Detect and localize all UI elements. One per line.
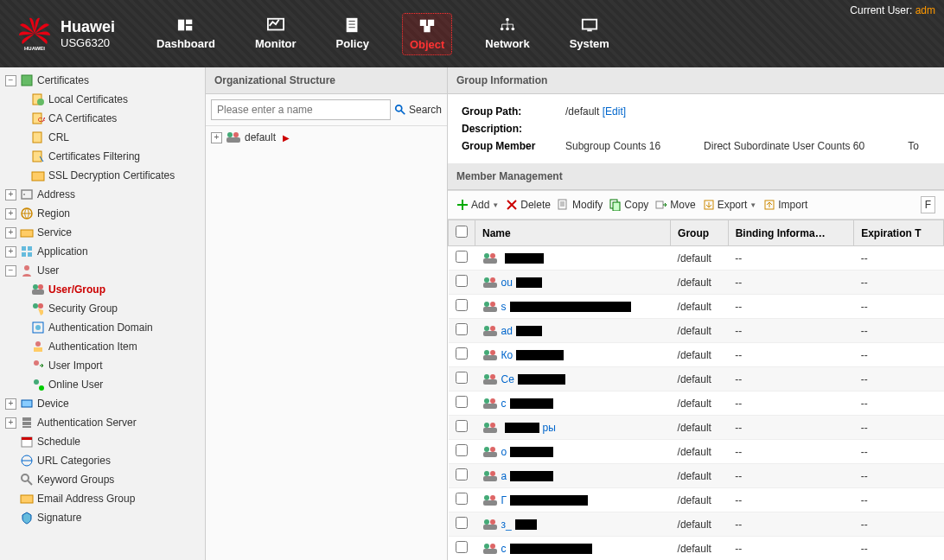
row-checkbox[interactable] <box>456 517 468 529</box>
sidebar-item-user-import[interactable]: User Import <box>26 356 205 375</box>
collapse-icon[interactable]: − <box>5 75 16 86</box>
member-name-link[interactable]: с <box>501 543 507 555</box>
sidebar-item-email-address-group[interactable]: Email Address Group <box>0 489 205 508</box>
expand-icon[interactable]: + <box>5 227 16 239</box>
edit-link[interactable]: [Edit] <box>603 105 626 118</box>
col-expiration[interactable]: Expiration T <box>854 220 944 246</box>
sidebar-item-ca-certificates[interactable]: CACA Certificates <box>26 109 205 128</box>
nav-item-system[interactable]: System <box>563 13 616 55</box>
table-row[interactable]: s/default---- <box>449 295 944 319</box>
row-checkbox[interactable] <box>456 323 468 335</box>
table-row[interactable]: Се/default---- <box>449 367 944 391</box>
nav-item-object[interactable]: Object <box>402 13 452 55</box>
row-checkbox[interactable] <box>456 347 468 360</box>
filter-input[interactable]: F <box>921 196 935 213</box>
table-row[interactable]: з_/default---- <box>449 512 944 537</box>
sidebar-item-application[interactable]: +Application <box>0 242 205 261</box>
expand-icon[interactable]: + <box>5 208 16 220</box>
sidebar-item-signature[interactable]: Signature <box>0 508 205 527</box>
sidebar-item-certificates-filtering[interactable]: Certificates Filtering <box>26 147 205 166</box>
org-search-button[interactable]: Search <box>394 99 442 120</box>
sidebar-item-keyword-groups[interactable]: Keyword Groups <box>0 470 205 489</box>
sidebar-item-ssl-decryption-certificates[interactable]: SSL Decryption Certificates <box>26 166 205 185</box>
sec-group-icon <box>31 302 45 315</box>
table-row[interactable]: Г/default---- <box>449 488 944 512</box>
expand-icon[interactable]: + <box>5 246 16 258</box>
nav-item-network[interactable]: Network <box>478 13 536 55</box>
sidebar-item-online-user[interactable]: Online User <box>26 375 205 394</box>
table-row[interactable]: Ко/default---- <box>449 343 944 367</box>
row-checkbox[interactable] <box>456 493 468 505</box>
sidebar-item-url-categories[interactable]: URL Categories <box>0 451 205 470</box>
add-button[interactable]: Add▼ <box>456 199 499 211</box>
row-checkbox[interactable] <box>456 396 468 408</box>
sidebar-item-device[interactable]: +Device <box>0 394 205 413</box>
table-row[interactable]: а/default---- <box>449 464 944 488</box>
export-button[interactable]: Export▼ <box>703 199 757 211</box>
table-row[interactable]: ad/default---- <box>449 319 944 343</box>
auth-domain-icon <box>31 321 45 334</box>
svg-point-35 <box>33 303 38 309</box>
table-row[interactable]: с/default---- <box>449 391 944 416</box>
collapse-icon[interactable]: − <box>5 265 16 277</box>
sidebar-item-authentication-item[interactable]: Authentication Item <box>26 337 205 356</box>
sidebar-item-user-group[interactable]: User/Group <box>26 280 205 299</box>
delete-button[interactable]: Delete <box>506 199 551 211</box>
member-name-link[interactable]: с <box>501 398 507 410</box>
col-group[interactable]: Group <box>671 220 729 246</box>
sidebar-item-region[interactable]: +Region <box>0 204 205 223</box>
member-name-link[interactable]: s <box>501 301 507 313</box>
member-name-link[interactable]: ou <box>501 277 513 289</box>
member-name-link[interactable]: а <box>501 470 507 482</box>
table-row[interactable]: /default---- <box>449 246 944 270</box>
table-row[interactable]: о/default---- <box>449 440 944 464</box>
member-name-link[interactable]: Г <box>501 494 507 506</box>
table-row[interactable]: с/default---- <box>449 537 944 561</box>
sidebar-item-crl[interactable]: CRL <box>26 128 205 147</box>
modify-button[interactable]: Modify <box>558 199 603 211</box>
row-checkbox[interactable] <box>456 251 468 263</box>
member-name-link[interactable]: з_ <box>501 519 512 531</box>
move-button[interactable]: Move <box>655 199 695 211</box>
sidebar-item-security-group[interactable]: Security Group <box>26 299 205 318</box>
nav-item-policy[interactable]: Policy <box>329 13 376 55</box>
sidebar-item-service[interactable]: +Service <box>0 223 205 242</box>
expand-icon[interactable]: + <box>5 189 16 200</box>
row-checkbox[interactable] <box>456 444 468 456</box>
sidebar-tree: −CertificatesLocal CertificatesCACA Cert… <box>0 67 206 560</box>
table-row[interactable]: ры/default---- <box>449 416 944 440</box>
member-name-link[interactable]: Ко <box>501 349 513 361</box>
nav-item-dashboard[interactable]: Dashboard <box>150 13 222 55</box>
member-name-link[interactable]: Се <box>501 373 514 385</box>
sidebar-item-local-certificates[interactable]: Local Certificates <box>26 90 205 109</box>
row-checkbox[interactable] <box>456 275 468 287</box>
row-checkbox[interactable] <box>456 299 468 311</box>
expand-icon[interactable]: + <box>211 132 222 143</box>
copy-button[interactable]: Copy <box>609 199 648 211</box>
select-all-checkbox[interactable] <box>456 226 468 238</box>
nav-item-monitor[interactable]: Monitor <box>248 13 303 55</box>
sidebar-item-certificates[interactable]: −Certificates <box>0 71 205 90</box>
org-tree-root[interactable]: + default ▶ <box>211 131 442 143</box>
sidebar-item-authentication-server[interactable]: +Authentication Server <box>0 413 205 432</box>
sidebar-item-user[interactable]: −User <box>0 261 205 280</box>
col-name[interactable]: Name <box>475 220 671 246</box>
svg-rect-60 <box>613 202 620 211</box>
expand-icon[interactable]: + <box>5 398 16 410</box>
import-button[interactable]: Import <box>763 199 807 211</box>
sidebar-item-schedule[interactable]: Schedule <box>0 432 205 451</box>
row-checkbox[interactable] <box>456 420 468 432</box>
table-row[interactable]: ou/default---- <box>449 270 944 295</box>
svg-point-98 <box>490 519 495 525</box>
member-name-link[interactable]: ad <box>501 325 513 337</box>
sidebar-item-authentication-domain[interactable]: Authentication Domain <box>26 318 205 337</box>
member-expiration: -- <box>854 295 944 319</box>
row-checkbox[interactable] <box>456 372 468 384</box>
col-binding[interactable]: Binding Informa… <box>728 220 854 246</box>
expand-icon[interactable]: + <box>5 417 16 429</box>
org-search-input[interactable] <box>211 99 391 120</box>
member-name-link[interactable]: о <box>501 446 507 458</box>
sidebar-item-address[interactable]: +Address <box>0 185 205 204</box>
row-checkbox[interactable] <box>456 468 468 480</box>
row-checkbox[interactable] <box>456 541 468 553</box>
